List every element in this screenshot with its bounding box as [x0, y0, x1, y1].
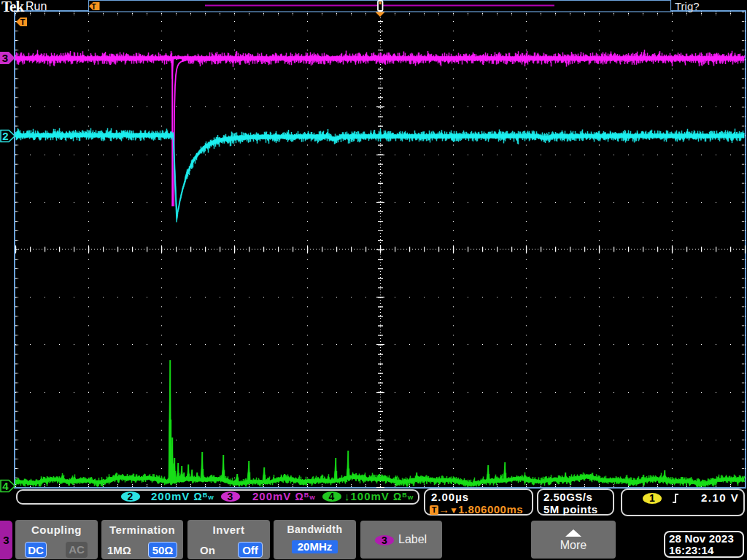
- svg-text:T: T: [91, 3, 96, 11]
- svg-text:4: 4: [2, 480, 9, 492]
- svg-text:3: 3: [2, 52, 8, 64]
- svg-text:2: 2: [2, 130, 8, 142]
- svg-text:T: T: [20, 18, 26, 26]
